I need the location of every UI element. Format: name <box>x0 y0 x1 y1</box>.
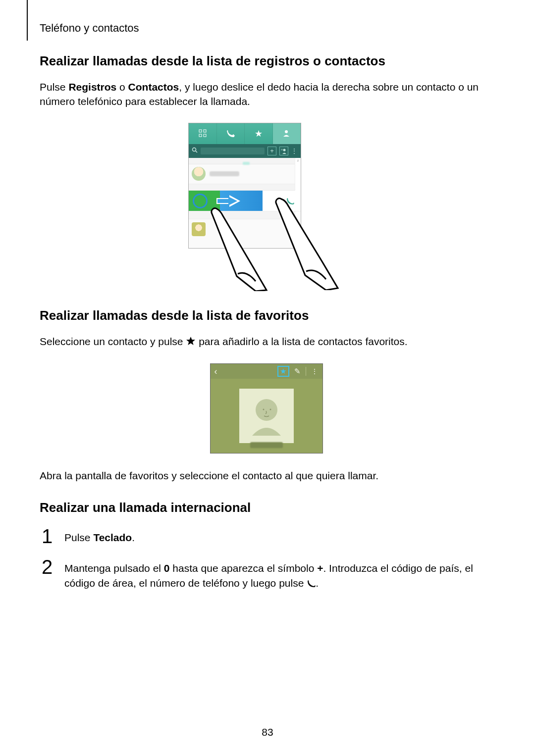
list-item: 1 Pulse Teclado. <box>42 526 493 546</box>
text: o <box>116 81 128 93</box>
step-number: 2 <box>42 557 55 577</box>
text-bold: + <box>317 562 323 574</box>
page-content: Realizar llamadas desde la lista de regi… <box>40 53 493 603</box>
text: hasta que aparezca el símbolo <box>170 562 318 574</box>
svg-point-16 <box>269 409 271 410</box>
text-bold: 0 <box>164 562 170 574</box>
list-item: 2 Mantenga pulsado el 0 hasta que aparez… <box>42 557 493 593</box>
svg-point-15 <box>263 409 264 410</box>
text: Pulse <box>64 532 93 543</box>
text: Pulse <box>40 81 68 93</box>
step-text: Pulse Teclado. <box>64 526 493 545</box>
svg-point-14 <box>256 399 277 421</box>
category-row <box>189 158 301 164</box>
more-icon: ⋮ <box>311 367 319 375</box>
svg-rect-1 <box>204 130 206 132</box>
section1-heading: Realizar llamadas desde la lista de regi… <box>40 53 493 69</box>
search-field <box>201 148 265 154</box>
face-icon <box>249 396 284 436</box>
arrow-right-icon <box>216 194 242 208</box>
search-icon <box>192 147 198 154</box>
svg-point-4 <box>285 130 288 133</box>
search-bar: + + ⋮ <box>189 144 301 158</box>
page-number: 83 <box>0 726 535 738</box>
text: Mantenga pulsado el <box>64 562 164 574</box>
hand-gesture-right <box>272 196 347 290</box>
step-number: 1 <box>42 526 55 546</box>
tab-keypad <box>189 123 217 144</box>
illustration-2: ‹ ★ ✎ ⋮ <box>40 363 493 454</box>
text-bold: Registros <box>68 81 116 93</box>
contact-avatar <box>239 389 294 443</box>
back-icon: ‹ <box>214 366 217 377</box>
phone-arrow-icon <box>226 129 235 139</box>
phone-icon <box>307 577 316 592</box>
contact-name-blur <box>250 442 283 448</box>
contact-detail-screen: ‹ ★ ✎ ⋮ <box>210 363 323 454</box>
svg-line-6 <box>196 151 197 152</box>
star-icon: ★ <box>280 367 286 376</box>
hand-gesture-left <box>208 207 277 291</box>
svg-point-7 <box>283 149 286 151</box>
svg-rect-0 <box>199 130 202 132</box>
breadcrumb: Teléfono y contactos <box>40 22 139 35</box>
ordered-list: 1 Pulse Teclado. 2 Mantenga pulsado el 0… <box>40 526 493 593</box>
text-bold: Teclado <box>93 532 132 543</box>
svg-rect-11 <box>217 199 228 203</box>
section2-paragraph1: Seleccione un contacto y pulse para añad… <box>40 334 493 350</box>
text: Seleccione un contacto y pulse <box>40 336 186 347</box>
star-icon <box>186 335 196 350</box>
add-button: + <box>268 147 276 155</box>
section2-heading: Realizar llamadas desde la lista de favo… <box>40 308 493 323</box>
star-icon: ★ <box>255 128 263 139</box>
top-bar: ‹ ★ ✎ ⋮ <box>211 364 322 379</box>
step-text: Mantenga pulsado el 0 hasta que aparezca… <box>64 557 493 593</box>
section3-heading: Realizar una llamada internacional <box>40 500 493 515</box>
contact-row <box>189 164 301 184</box>
tab-bar: ★ <box>189 123 301 144</box>
edit-icon: ✎ <box>294 367 301 376</box>
svg-marker-13 <box>186 337 195 345</box>
tab-contacts <box>273 123 301 144</box>
swipe-origin <box>193 194 208 208</box>
avatar-icon <box>192 222 206 236</box>
text: . <box>132 532 135 543</box>
add-contact-button: + <box>279 147 288 155</box>
text: para añadirlo a la lista de contactos fa… <box>196 336 407 347</box>
svg-point-5 <box>193 148 196 151</box>
text: . <box>316 577 319 589</box>
contact-name-blur <box>210 171 239 176</box>
text-bold: Contactos <box>128 81 179 93</box>
tab-favorites: ★ <box>245 123 273 144</box>
category-row <box>189 184 301 191</box>
svg-rect-2 <box>199 134 202 137</box>
separator <box>306 367 306 376</box>
person-icon <box>282 129 290 138</box>
illustration-1: ★ + + ⋮ <box>40 123 493 289</box>
header-rule <box>27 0 28 41</box>
section1-paragraph: Pulse Registros o Contactos, y luego des… <box>40 80 493 109</box>
tab-logs <box>217 123 245 144</box>
avatar-icon <box>192 167 206 181</box>
svg-text:+: + <box>281 148 283 151</box>
more-icon: ⋮ <box>291 148 298 154</box>
keypad-icon <box>199 129 207 138</box>
section2-paragraph2: Abra la pantalla de favoritos y seleccio… <box>40 468 493 483</box>
favorite-button-highlight: ★ <box>277 366 289 377</box>
svg-rect-3 <box>204 134 206 137</box>
